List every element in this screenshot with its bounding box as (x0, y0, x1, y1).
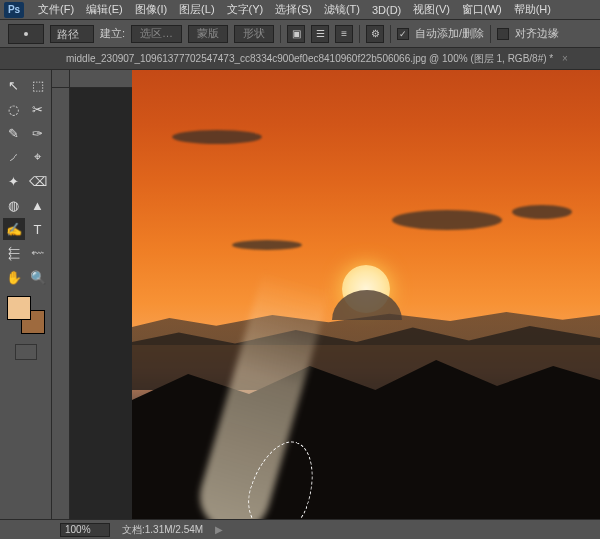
gear-icon[interactable]: ⚙ (366, 25, 384, 43)
stamp-tool[interactable]: ⌖ (27, 146, 49, 168)
auto-add-checkbox[interactable]: ✓ (397, 28, 409, 40)
menu-image[interactable]: 图像(I) (129, 2, 173, 17)
separator (490, 25, 491, 43)
menu-window[interactable]: 窗口(W) (456, 2, 508, 17)
auto-add-label: 自动添加/删除 (415, 26, 484, 41)
app-logo: Ps (4, 2, 24, 18)
build-shape-button[interactable]: 形状 (234, 25, 274, 43)
zoom-input[interactable] (60, 523, 110, 537)
doc-info-label: 文档:1.31M/2.54M (122, 523, 203, 537)
blur-tool[interactable]: ▲ (27, 194, 49, 216)
align-edges-checkbox[interactable] (497, 28, 509, 40)
canvas-area (52, 70, 600, 519)
canvas[interactable] (132, 70, 600, 519)
eraser-tool[interactable]: ⌫ (27, 170, 49, 192)
crop-tool[interactable]: ✂ (27, 98, 49, 120)
separator (359, 25, 360, 43)
menu-3d[interactable]: 3D(D) (366, 4, 407, 16)
lasso-tool[interactable]: ◌ (3, 98, 25, 120)
type-tool[interactable]: T (27, 218, 49, 240)
path-op-align-icon[interactable]: ☰ (311, 25, 329, 43)
path-op-combine-icon[interactable]: ▣ (287, 25, 305, 43)
path-select-tool[interactable]: ⬱ (3, 242, 25, 264)
zoom-tool[interactable]: 🔍 (27, 266, 49, 288)
image-cloud (512, 205, 572, 219)
menu-type[interactable]: 文字(Y) (221, 2, 270, 17)
workspace: ↖ ⬚ ◌ ✂ ✎ ✑ ⟋ ⌖ ✦ ⌫ ◍ ▲ ✍ T ⬱ ⬳ ✋ 🔍 (0, 70, 600, 519)
align-edges-label: 对齐边缘 (515, 26, 559, 41)
document-tabbar: middle_230907_10961377702547473_cc8334c9… (0, 48, 600, 70)
build-mask-button[interactable]: 蒙版 (188, 25, 228, 43)
eyedropper-tool[interactable]: ✎ (3, 122, 25, 144)
menu-filter[interactable]: 滤镜(T) (318, 2, 366, 17)
toolbox: ↖ ⬚ ◌ ✂ ✎ ✑ ⟋ ⌖ ✦ ⌫ ◍ ▲ ✍ T ⬱ ⬳ ✋ 🔍 (0, 70, 52, 519)
options-bar: 路径 建立: 选区… 蒙版 形状 ▣ ☰ ≡ ⚙ ✓ 自动添加/删除 对齐边缘 (0, 20, 600, 48)
separator (390, 25, 391, 43)
build-label: 建立: (100, 26, 125, 41)
history-brush-tool[interactable]: ✦ (3, 170, 25, 192)
ruler-vertical[interactable] (52, 88, 70, 519)
menu-select[interactable]: 选择(S) (269, 2, 318, 17)
move-tool[interactable]: ↖ (3, 74, 25, 96)
close-icon[interactable]: × (562, 53, 568, 64)
document-tab-title: middle_230907_10961377702547473_cc8334c9… (66, 53, 553, 64)
menu-layer[interactable]: 图层(L) (173, 2, 220, 17)
build-selection-button[interactable]: 选区… (131, 25, 182, 43)
doc-info-menu-icon[interactable]: ▶ (215, 524, 223, 535)
image-cloud (172, 130, 262, 144)
statusbar: 文档:1.31M/2.54M ▶ (0, 519, 600, 539)
path-op-arrange-icon[interactable]: ≡ (335, 25, 353, 43)
image-cloud (392, 210, 502, 230)
document-tab[interactable]: middle_230907_10961377702547473_cc8334c9… (58, 52, 576, 66)
pen-tool[interactable]: ✍ (3, 218, 25, 240)
healing-tool[interactable]: ✑ (27, 122, 49, 144)
menu-edit[interactable]: 编辑(E) (80, 2, 129, 17)
mode-select[interactable]: 路径 (50, 25, 94, 43)
shape-tool[interactable]: ⬳ (27, 242, 49, 264)
menu-help[interactable]: 帮助(H) (508, 2, 557, 17)
menu-file[interactable]: 文件(F) (32, 2, 80, 17)
menubar: Ps 文件(F) 编辑(E) 图像(I) 图层(L) 文字(Y) 选择(S) 滤… (0, 0, 600, 20)
tool-preset-picker[interactable] (8, 24, 44, 44)
brush-tool[interactable]: ⟋ (3, 146, 25, 168)
hand-tool[interactable]: ✋ (3, 266, 25, 288)
marquee-tool[interactable]: ⬚ (27, 74, 49, 96)
foreground-swatch[interactable] (7, 296, 31, 320)
gradient-tool[interactable]: ◍ (3, 194, 25, 216)
ruler-origin[interactable] (52, 70, 70, 88)
color-swatches[interactable] (7, 296, 45, 334)
menu-view[interactable]: 视图(V) (407, 2, 456, 17)
separator (280, 25, 281, 43)
quickmask-toggle[interactable] (15, 344, 37, 360)
image-cloud (232, 240, 302, 250)
